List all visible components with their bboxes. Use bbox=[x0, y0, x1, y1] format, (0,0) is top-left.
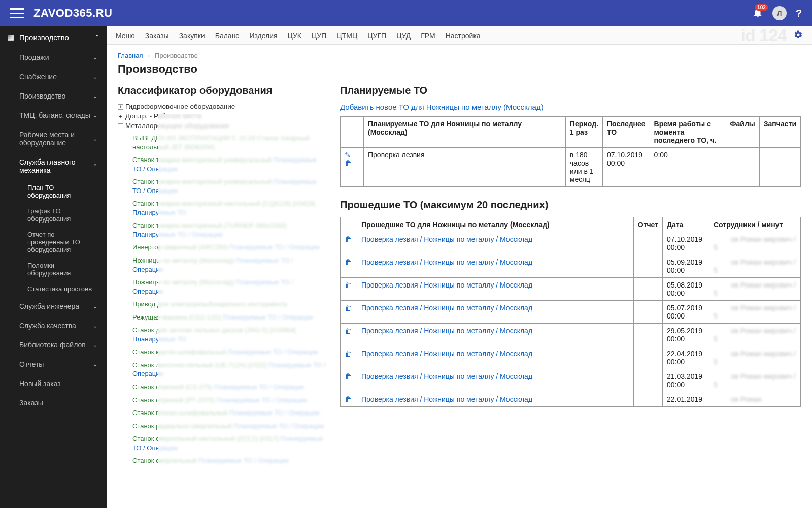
tree-leaf[interactable]: Ножницы по металлу (Моссклад) Планируемы… bbox=[132, 256, 326, 274]
tree-leaf[interactable]: Станок токарно-винторезный универсальный… bbox=[132, 177, 326, 195]
sidebar-item[interactable]: Библиотека файлов⌄ bbox=[0, 335, 107, 355]
tree-leaf[interactable]: Станок отрезной (РТ-2375) Планируемые ТО… bbox=[132, 396, 326, 405]
past-th-emp: Сотрудники / минут bbox=[709, 217, 801, 232]
tree-toggle[interactable]: + bbox=[118, 114, 123, 119]
past-row-link[interactable]: Проверка лезвия / Ножницы по металлу / М… bbox=[361, 395, 532, 403]
chevron-down-icon: ⌄ bbox=[93, 323, 97, 329]
past-row-link[interactable]: Проверка лезвия / Ножницы по металлу / М… bbox=[361, 281, 532, 289]
past-row: 🗑Проверка лезвия / Ножницы по металлу / … bbox=[341, 346, 801, 369]
equipment-links[interactable]: Планируемые ТО / Операции bbox=[214, 383, 304, 391]
sidebar-item[interactable]: Продажи⌄ bbox=[0, 48, 107, 67]
tree-leaf[interactable]: Станок ленточно-пильный (UE-712A) [#332]… bbox=[132, 361, 326, 378]
sidebar-item[interactable]: Снабжение⌄ bbox=[0, 67, 107, 86]
sidebar-item[interactable]: Служба инженера⌄ bbox=[0, 297, 107, 316]
sidebar-subitem[interactable]: Отчет по проведенным ТО оборудования bbox=[0, 227, 107, 258]
help-button[interactable]: ? bbox=[796, 8, 802, 19]
sidebar-item-label: Новый заказ bbox=[19, 379, 61, 388]
sidebar-item[interactable]: Служба качества⌄ bbox=[0, 316, 107, 335]
tree-toggle[interactable]: − bbox=[118, 123, 123, 129]
tree-node[interactable]: +Доп.гр. - Рабочие места bbox=[118, 112, 326, 120]
tree-leaf[interactable]: Режущая машина (CG2-11D) Планируемые ТО … bbox=[132, 313, 326, 322]
equipment-links[interactable]: Планируемые ТО / Операции bbox=[198, 457, 289, 464]
breadcrumb-current: Производство bbox=[155, 52, 198, 59]
edit-button[interactable]: ✎ bbox=[345, 151, 351, 159]
tree-leaf[interactable]: Станок токарно-винторезный универсальный… bbox=[132, 155, 326, 173]
equipment-links[interactable]: Планируемые ТО / Операции bbox=[230, 243, 320, 251]
sidebar-item[interactable]: Служба главного механика⌃ bbox=[0, 152, 107, 180]
tree-leaf[interactable]: ВЫВЕДЕН ИЗ ЭКСПЛУАТАЦИИ С 10.19 Станок т… bbox=[132, 134, 326, 151]
tree-leaf[interactable]: Привод для электрорезьбонарезного инстру… bbox=[132, 300, 326, 309]
sidebar-item[interactable]: Заказы bbox=[0, 393, 107, 412]
topmenu-item[interactable]: Баланс bbox=[215, 31, 240, 40]
sidebar-item[interactable]: Отчеты⌄ bbox=[0, 355, 107, 374]
past-row-link[interactable]: Проверка лезвия / Ножницы по металлу / М… bbox=[361, 372, 532, 380]
topmenu-item[interactable]: ЦТМЦ bbox=[336, 31, 357, 40]
tree-leaf[interactable]: Станок кругло-шлифовальный Планируемые Т… bbox=[132, 347, 326, 357]
past-row-link[interactable]: Проверка лезвия / Ножницы по металлу / М… bbox=[361, 235, 532, 243]
tree-leaf[interactable]: Ножницы по металлу (Моссклад) Планируемы… bbox=[132, 278, 326, 296]
user-avatar[interactable]: Л bbox=[772, 6, 787, 20]
equipment-links[interactable]: Планируемые ТО / Операции bbox=[234, 422, 324, 430]
tree-toggle[interactable]: + bbox=[118, 104, 123, 110]
breadcrumb-home[interactable]: Главная bbox=[118, 52, 143, 59]
sidebar-header[interactable]: ▦ Производство ⌃ bbox=[0, 26, 107, 48]
past-row-link[interactable]: Проверка лезвия / Ножницы по металлу / М… bbox=[361, 258, 532, 266]
topmenu-item[interactable]: ЦУП bbox=[312, 31, 326, 40]
tree-leaf[interactable]: Станок токарно-винторезный настольный (C… bbox=[132, 199, 326, 217]
sidebar-item[interactable]: Рабочие места и оборудование⌄ bbox=[0, 125, 107, 152]
equipment-links[interactable]: Планируемые ТО / Операции bbox=[132, 231, 223, 238]
tree-leaf[interactable]: Станок для заточки пильных дисков (JNG-5… bbox=[132, 326, 326, 343]
delete-button[interactable]: 🗑 bbox=[345, 304, 352, 312]
tree-node-label: Доп.гр. - Рабочие места bbox=[125, 112, 201, 120]
topmenu-item[interactable]: Меню bbox=[116, 31, 135, 40]
delete-button[interactable]: 🗑 bbox=[345, 258, 352, 266]
delete-button[interactable]: 🗑 bbox=[345, 327, 352, 335]
delete-button[interactable]: 🗑 bbox=[345, 372, 352, 380]
tree-leaf[interactable]: Станок сверлильный Планируемые ТО / Опер… bbox=[132, 456, 326, 465]
equipment-links[interactable]: Планируемые ТО / Операции bbox=[217, 396, 307, 404]
add-to-link[interactable]: Добавить новое ТО для Ножницы по металлу… bbox=[340, 103, 544, 111]
topmenu-item[interactable]: ЦУК bbox=[288, 31, 301, 40]
tree-leaf[interactable]: Станок радиально-сверлильный Планируемые… bbox=[132, 422, 326, 431]
topmenu-item[interactable]: ЦУД bbox=[396, 31, 411, 40]
sidebar-item-label: Служба инженера bbox=[19, 302, 79, 310]
menu-toggle[interactable] bbox=[10, 8, 24, 18]
sidebar-subitem[interactable]: План ТО оборудования bbox=[0, 180, 107, 203]
sidebar-item[interactable]: ТМЦ, баланс, склады⌄ bbox=[0, 106, 107, 125]
past-row-link[interactable]: Проверка лезвия / Ножницы по металлу / М… bbox=[361, 304, 532, 312]
topmenu-item[interactable]: Настройка bbox=[446, 31, 481, 40]
sidebar-subitem[interactable]: Статистика простоев bbox=[0, 281, 107, 297]
equipment-links[interactable]: Планируемые ТО / Операции bbox=[229, 409, 320, 417]
tree-leaf[interactable]: Станок токарно-винторезный (TURNER 360x1… bbox=[132, 221, 326, 239]
delete-button[interactable]: 🗑 bbox=[345, 281, 352, 289]
equipment-links[interactable]: Планируемые ТО / Операции bbox=[223, 313, 313, 321]
equipment-links[interactable]: Планируемые ТО bbox=[132, 209, 186, 216]
equipment-links[interactable]: Планируемые ТО bbox=[132, 335, 186, 343]
delete-button[interactable]: 🗑 bbox=[345, 395, 352, 403]
topmenu-item[interactable]: ГРМ bbox=[421, 31, 435, 40]
sidebar-subitem[interactable]: График ТО оборудования bbox=[0, 203, 107, 227]
delete-button[interactable]: 🗑 bbox=[345, 235, 352, 243]
tree-leaf[interactable]: Станок отрезной (CS-275) Планируемые ТО … bbox=[132, 383, 326, 392]
tree-leaf[interactable]: Станок сверлильный настольный (2СС1) [#3… bbox=[132, 434, 326, 452]
chevron-down-icon: ⌄ bbox=[93, 112, 97, 119]
topmenu-item[interactable]: Заказы bbox=[145, 31, 169, 40]
past-row-link[interactable]: Проверка лезвия / Ножницы по металлу / М… bbox=[361, 327, 532, 335]
sidebar-item[interactable]: Новый заказ bbox=[0, 374, 107, 393]
settings-button[interactable] bbox=[794, 30, 803, 41]
delete-button[interactable]: 🗑 bbox=[345, 159, 352, 167]
topmenu-item[interactable]: Изделия bbox=[249, 31, 277, 40]
sidebar-item[interactable]: Производство⌄ bbox=[0, 86, 107, 106]
topmenu-item[interactable]: ЦУГП bbox=[367, 31, 386, 40]
notifications-button[interactable]: 102 bbox=[752, 7, 763, 20]
equipment-links[interactable]: Планируемые ТО / Операции bbox=[228, 348, 318, 356]
delete-button[interactable]: 🗑 bbox=[345, 350, 352, 358]
topmenu-item[interactable]: Закупки bbox=[179, 31, 205, 40]
tree-leaf[interactable]: Инвертор сварочный (ARC250) Планируемые … bbox=[132, 243, 326, 252]
past-row-date: 07.10.2019 00:00 bbox=[663, 232, 709, 255]
tree-node[interactable]: +Гидроформовочное оборудование bbox=[118, 103, 326, 110]
tree-leaf[interactable]: Станок плоско-шлифовальный Планируемые Т… bbox=[132, 408, 326, 418]
tree-node[interactable]: −Металлорежущее оборудование bbox=[118, 122, 326, 130]
sidebar-subitem[interactable]: Поломки оборудования bbox=[0, 258, 107, 281]
past-row-link[interactable]: Проверка лезвия / Ножницы по металлу / М… bbox=[361, 350, 532, 358]
